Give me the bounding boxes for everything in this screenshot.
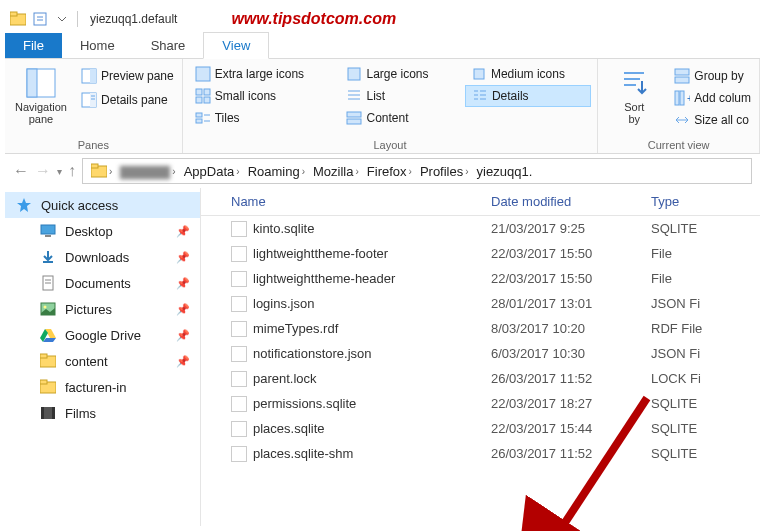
address-bar-row: ← → ▾ ↑ › ▇▇▇▇▇› AppData› Roaming› Mozil… bbox=[5, 154, 760, 188]
group-layout-label: Layout bbox=[189, 137, 592, 151]
file-icon bbox=[231, 396, 247, 412]
google-drive-icon bbox=[39, 326, 57, 344]
nav-up-icon[interactable]: ↑ bbox=[68, 162, 76, 180]
layout-details-button[interactable]: Details bbox=[465, 85, 591, 107]
group-current-view-label: Current view bbox=[604, 137, 753, 151]
qat-dropdown-icon[interactable] bbox=[53, 10, 71, 28]
file-row[interactable]: notificationstore.json6/03/2017 10:30JSO… bbox=[201, 341, 760, 366]
sort-by-button[interactable]: Sort by bbox=[604, 63, 664, 129]
pin-icon: 📌 bbox=[176, 225, 190, 238]
group-panes: Navigation pane Preview pane Details pan… bbox=[5, 59, 183, 153]
documents-icon bbox=[39, 274, 57, 292]
file-type: SQLITE bbox=[651, 396, 760, 411]
file-name: kinto.sqlite bbox=[253, 221, 314, 236]
navigation-pane-button[interactable]: Navigation pane bbox=[11, 63, 71, 129]
sidebar: Quick access Desktop📌 Downloads📌 Documen… bbox=[5, 188, 201, 526]
breadcrumb-root-icon[interactable]: › bbox=[87, 163, 116, 179]
breadcrumb-seg[interactable]: Mozilla› bbox=[309, 164, 363, 179]
pin-icon: 📌 bbox=[176, 355, 190, 368]
add-columns-icon: + bbox=[674, 90, 690, 106]
file-date: 22/03/2017 15:50 bbox=[491, 246, 651, 261]
svg-rect-55 bbox=[40, 354, 47, 358]
file-row[interactable]: lightweighttheme-header22/03/2017 15:50F… bbox=[201, 266, 760, 291]
breadcrumb-seg[interactable]: yiezuqq1. bbox=[473, 164, 537, 179]
file-name: logins.json bbox=[253, 296, 314, 311]
file-date: 22/03/2017 15:50 bbox=[491, 271, 651, 286]
nav-back-icon[interactable]: ← bbox=[13, 162, 29, 180]
svg-rect-45 bbox=[91, 164, 98, 168]
file-date: 26/03/2017 11:52 bbox=[491, 446, 651, 461]
sidebar-item-facturen[interactable]: facturen-in bbox=[5, 374, 200, 400]
watermark-text: www.tipsdotcom.com bbox=[231, 10, 396, 28]
tab-home[interactable]: Home bbox=[62, 33, 133, 58]
breadcrumb-seg[interactable]: Firefox› bbox=[363, 164, 416, 179]
breadcrumb-seg[interactable]: Roaming› bbox=[244, 164, 309, 179]
sidebar-item-pictures[interactable]: Pictures📌 bbox=[5, 296, 200, 322]
sidebar-item-desktop[interactable]: Desktop📌 bbox=[5, 218, 200, 244]
layout-tiles-button[interactable]: Tiles bbox=[189, 107, 331, 129]
sidebar-item-films[interactable]: Films bbox=[5, 400, 200, 426]
file-row[interactable]: kinto.sqlite21/03/2017 9:25SQLITE bbox=[201, 216, 760, 241]
nav-forward-icon[interactable]: → bbox=[35, 162, 51, 180]
films-icon bbox=[39, 404, 57, 422]
medium-icons-icon bbox=[471, 66, 487, 82]
add-columns-button[interactable]: +Add colum bbox=[672, 87, 753, 109]
breadcrumb-seg[interactable]: Profiles› bbox=[416, 164, 473, 179]
ribbon-tabs: File Home Share View bbox=[5, 33, 760, 59]
size-all-button[interactable]: Size all co bbox=[672, 109, 753, 131]
col-name[interactable]: Name bbox=[201, 194, 491, 209]
file-type: SQLITE bbox=[651, 446, 760, 461]
qat-props-icon[interactable] bbox=[31, 10, 49, 28]
col-type[interactable]: Type bbox=[651, 194, 760, 209]
svg-rect-1 bbox=[10, 12, 17, 16]
tab-file[interactable]: File bbox=[5, 33, 62, 58]
sidebar-item-content[interactable]: content📌 bbox=[5, 348, 200, 374]
file-row[interactable]: mimeTypes.rdf8/03/2017 10:20RDF File bbox=[201, 316, 760, 341]
desktop-icon bbox=[39, 222, 57, 240]
file-type: JSON Fi bbox=[651, 296, 760, 311]
svg-rect-59 bbox=[41, 407, 44, 419]
details-pane-button[interactable]: Details pane bbox=[79, 89, 176, 111]
svg-rect-16 bbox=[196, 89, 202, 95]
preview-pane-label: Preview pane bbox=[101, 69, 174, 83]
svg-text:+: + bbox=[687, 93, 690, 104]
navigation-pane-label: Navigation pane bbox=[15, 101, 67, 125]
layout-small-button[interactable]: Small icons bbox=[189, 85, 331, 107]
file-row[interactable]: lightweighttheme-footer22/03/2017 15:50F… bbox=[201, 241, 760, 266]
sidebar-item-google-drive[interactable]: Google Drive📌 bbox=[5, 322, 200, 348]
file-row[interactable]: permissions.sqlite22/03/2017 18:27SQLITE bbox=[201, 391, 760, 416]
layout-large-button[interactable]: Large icons bbox=[340, 63, 454, 85]
window-title: yiezuqq1.default bbox=[90, 12, 177, 26]
large-icons-icon bbox=[346, 66, 362, 82]
breadcrumb-seg[interactable]: AppData› bbox=[180, 164, 244, 179]
file-type: SQLITE bbox=[651, 421, 760, 436]
group-by-button[interactable]: Group by bbox=[672, 65, 753, 87]
breadcrumb-seg[interactable]: ▇▇▇▇▇› bbox=[116, 164, 179, 179]
svg-rect-39 bbox=[675, 77, 689, 83]
col-date[interactable]: Date modified bbox=[491, 194, 651, 209]
file-icon bbox=[231, 246, 247, 262]
layout-list-button[interactable]: List bbox=[340, 85, 454, 107]
nav-recent-icon[interactable]: ▾ bbox=[57, 166, 62, 177]
file-row[interactable]: logins.json28/01/2017 13:01JSON Fi bbox=[201, 291, 760, 316]
svg-rect-8 bbox=[90, 69, 96, 83]
file-row[interactable]: places.sqlite-shm26/03/2017 11:52SQLITE bbox=[201, 441, 760, 466]
tab-share[interactable]: Share bbox=[133, 33, 204, 58]
file-row[interactable]: places.sqlite22/03/2017 15:44SQLITE bbox=[201, 416, 760, 441]
layout-medium-button[interactable]: Medium icons bbox=[465, 63, 591, 85]
group-panes-label: Panes bbox=[11, 137, 176, 151]
preview-pane-button[interactable]: Preview pane bbox=[79, 65, 176, 87]
svg-rect-41 bbox=[680, 91, 684, 105]
title-bar: yiezuqq1.default www.tipsdotcom.com bbox=[5, 5, 760, 33]
layout-content-button[interactable]: Content bbox=[340, 107, 454, 129]
sidebar-item-documents[interactable]: Documents📌 bbox=[5, 270, 200, 296]
layout-extra-large-button[interactable]: Extra large icons bbox=[189, 63, 331, 85]
svg-rect-17 bbox=[204, 89, 210, 95]
file-row[interactable]: parent.lock26/03/2017 11:52LOCK Fi bbox=[201, 366, 760, 391]
breadcrumb[interactable]: › ▇▇▇▇▇› AppData› Roaming› Mozilla› Fire… bbox=[82, 158, 752, 184]
sidebar-quick-access[interactable]: Quick access bbox=[5, 192, 200, 218]
svg-rect-60 bbox=[52, 407, 55, 419]
tab-view[interactable]: View bbox=[203, 32, 269, 59]
sidebar-item-downloads[interactable]: Downloads📌 bbox=[5, 244, 200, 270]
file-date: 22/03/2017 18:27 bbox=[491, 396, 651, 411]
